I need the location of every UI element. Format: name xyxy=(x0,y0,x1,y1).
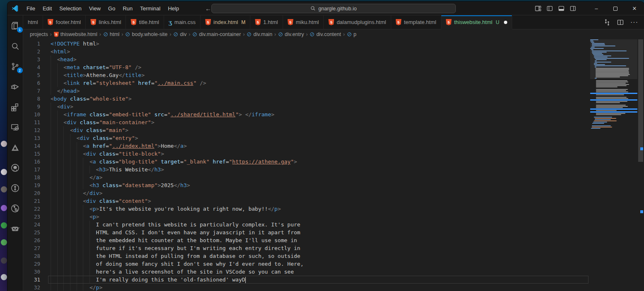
minimap[interactable] xyxy=(590,39,637,291)
breadcrumb-item-div.main[interactable]: div.main xyxy=(247,31,272,37)
breadcrumb-item-html[interactable]: html xyxy=(103,31,120,37)
breadcrumb-item-div.content[interactable]: div.content xyxy=(310,31,341,37)
menu-edit[interactable]: Edit xyxy=(39,4,56,13)
tab-thiswebsite.html[interactable]: 5thiswebsite.htmlU xyxy=(441,15,512,29)
code-link[interactable]: https://athene.gay xyxy=(232,159,291,165)
code-line-32[interactable]: 32</p> xyxy=(23,284,590,291)
tab-links.html[interactable]: 5links.html xyxy=(86,15,126,29)
tab-1.html[interactable]: 51.html xyxy=(250,15,283,29)
customize-layout-icon[interactable] xyxy=(535,5,541,12)
code-line-26[interactable]: 26the embedded hit counter at the bottom… xyxy=(23,236,590,244)
activity-item-run-and-debug[interactable] xyxy=(10,81,21,92)
menu-terminal[interactable]: Terminal xyxy=(136,4,164,13)
code-line-16[interactable]: 16<a class="blog-title" target="_blank" … xyxy=(23,158,590,166)
open-changes-icon[interactable] xyxy=(604,19,610,26)
code-line-23[interactable]: 23<p> xyxy=(23,213,590,221)
tab-main.css[interactable]: ʒmain.css xyxy=(164,15,201,29)
code-line-29[interactable]: 29of doing some fancy shit I don't see w… xyxy=(23,260,590,268)
breadcrumb-item-body.whole-site[interactable]: body.whole-site xyxy=(125,31,167,37)
tab-footer.html[interactable]: 5footer.html xyxy=(43,15,86,29)
indent-guides xyxy=(51,276,96,284)
code-line-12[interactable]: 12<div class="main"> xyxy=(23,126,590,134)
tab-html[interactable]: html xyxy=(23,15,43,29)
indent-guides xyxy=(51,134,77,142)
vertical-scrollbar[interactable] xyxy=(637,39,644,291)
code-line-15[interactable]: 15<div class="title-block"> xyxy=(23,150,590,158)
code-line-10[interactable]: 10<iframe class="embed-title" src="../sh… xyxy=(23,111,590,118)
minimap-line xyxy=(596,83,626,84)
tab-index.html[interactable]: 5index.htmlM xyxy=(201,15,250,29)
breadcrumb-item-projects[interactable]: projects xyxy=(30,31,48,37)
toggle-panel-icon[interactable] xyxy=(558,5,564,12)
menu-run[interactable]: Run xyxy=(119,4,136,13)
command-center-search[interactable]: gnargle.github.io xyxy=(211,4,456,13)
more-actions-icon[interactable]: ··· xyxy=(630,19,638,26)
minimize-button[interactable]: – xyxy=(587,2,606,15)
activity-item-remote-explorer[interactable] xyxy=(10,122,21,132)
code-line-17[interactable]: 17<h3>This Website</h3> xyxy=(23,166,590,173)
minimap-slider[interactable] xyxy=(590,39,637,79)
maximize-button[interactable] xyxy=(606,2,625,15)
tab-template.html[interactable]: 5template.html xyxy=(391,15,441,29)
menu-go[interactable]: Go xyxy=(104,4,119,13)
code-line-27[interactable]: 27future if it's necessary but I'm writi… xyxy=(23,244,590,252)
code-line-1[interactable]: 1<!DOCTYPE html> xyxy=(23,40,590,48)
code-line-21[interactable]: 21<div class="content"> xyxy=(23,197,590,205)
code-line-4[interactable]: 4<meta charset="UTF-8" /> xyxy=(23,63,590,71)
close-button[interactable]: ✕ xyxy=(625,2,644,15)
code-link[interactable]: ../index.html xyxy=(112,143,155,149)
breadcrumb-item-div.main-container[interactable]: div.main-container xyxy=(192,31,241,37)
code-line-18[interactable]: 18</a> xyxy=(23,173,590,181)
code-link[interactable]: ../main.css xyxy=(157,80,193,86)
code-line-9[interactable]: 9<div> xyxy=(23,103,590,111)
activity-item-extensions[interactable] xyxy=(10,101,21,112)
menu-selection[interactable]: Selection xyxy=(56,4,85,13)
code-line-8[interactable]: 8<body class="whole-site"> xyxy=(23,95,590,103)
breadcrumb-item-p[interactable]: p xyxy=(347,31,356,37)
code-line-7[interactable]: 7</head> xyxy=(23,87,590,95)
tab-dalamudplugins.html[interactable]: 5dalamudplugins.html xyxy=(324,15,391,29)
unsaved-dot-icon[interactable] xyxy=(504,21,507,24)
toggle-primary-sidebar-icon[interactable] xyxy=(547,5,553,12)
code-line-3[interactable]: 3<head> xyxy=(23,55,590,63)
code-line-13[interactable]: 13<div class="entry"> xyxy=(23,134,590,142)
code-line-2[interactable]: 2<html> xyxy=(23,48,590,55)
activity-item-search[interactable] xyxy=(10,41,21,51)
line-content: </div> xyxy=(51,189,102,197)
code-line-25[interactable]: 25HTML and CSS. I don't even have any ja… xyxy=(23,228,590,236)
code-token: > xyxy=(187,182,190,188)
code-line-22[interactable]: 22<p>It's the website you're looking at … xyxy=(23,205,590,213)
menu-file[interactable]: File xyxy=(23,4,39,13)
code-line-6[interactable]: 6<link rel="stylesheet" href="../main.cs… xyxy=(23,79,590,87)
nav-back-icon[interactable]: ← xyxy=(205,5,211,12)
tab-title.html[interactable]: 5title.html xyxy=(126,15,164,29)
menu-help[interactable]: Help xyxy=(164,4,183,13)
activity-item-gitlens[interactable] xyxy=(10,183,21,193)
activity-item-github[interactable] xyxy=(10,162,21,173)
code-line-31[interactable]: 31I'm really doing this the 'old-fashion… xyxy=(23,276,590,284)
menu-view[interactable]: View xyxy=(85,4,104,13)
code-line-20[interactable]: 20</div> xyxy=(23,189,590,197)
code-line-14[interactable]: 14<a href="../index.html">Home</a> xyxy=(23,142,590,150)
code-line-5[interactable]: 5<title>Athene.Gay</title> xyxy=(23,71,590,79)
code-editor[interactable]: 1<!DOCTYPE html>2<html>3<head>4<meta cha… xyxy=(23,39,644,291)
activity-item-gitlens-inspect[interactable] xyxy=(10,203,21,214)
activity-item-triangle-logo[interactable] xyxy=(10,142,21,153)
code-line-30[interactable]: 30here's a live screenshot of the site i… xyxy=(23,268,590,276)
tab-miku.html[interactable]: 5miku.html xyxy=(283,15,324,29)
breadcrumb-item-thiswebsite.html[interactable]: 5thiswebsite.html xyxy=(54,31,97,37)
code-line-11[interactable]: 11<div class="main-container"> xyxy=(23,118,590,126)
activity-item-explorer[interactable]: 1 xyxy=(10,20,21,31)
scrollbar-thumb[interactable] xyxy=(638,39,643,162)
activity-item-source-control[interactable]: 2 xyxy=(10,61,21,72)
breadcrumb-label: p xyxy=(353,31,356,37)
code-line-24[interactable]: 24I can't pretend this website is partic… xyxy=(23,221,590,228)
activity-item-godot-tools[interactable] xyxy=(10,223,21,234)
breadcrumb-item-div[interactable]: div xyxy=(173,31,186,37)
code-line-28[interactable]: 28the HTML instead of pulling from a dat… xyxy=(23,252,590,260)
code-link[interactable]: ../shared/title.html xyxy=(171,111,236,118)
breadcrumb-item-div.entry[interactable]: div.entry xyxy=(278,31,304,37)
toggle-secondary-sidebar-icon[interactable] xyxy=(570,5,576,12)
split-editor-icon[interactable] xyxy=(617,19,624,26)
code-line-19[interactable]: 19<h3 class="datestamp">2025</h3> xyxy=(23,181,590,189)
